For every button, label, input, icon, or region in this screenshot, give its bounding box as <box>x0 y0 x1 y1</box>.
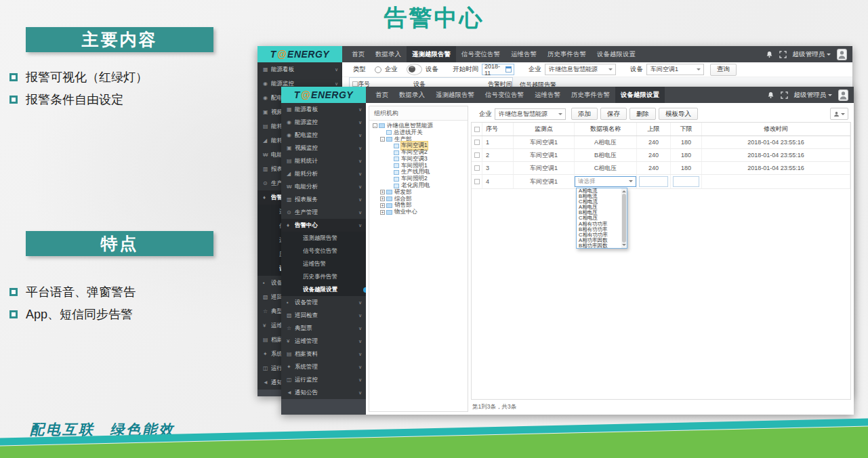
toolbar-button[interactable]: 添加 <box>571 108 598 120</box>
nav-item[interactable]: 首页 <box>370 87 394 103</box>
sidebar-item[interactable]: ☆ 典型票 ∨ <box>281 322 366 335</box>
dropdown-option[interactable]: B相功率因数 <box>577 243 621 248</box>
sidebar-item[interactable]: ₩ 电能分析 ∨ <box>281 180 366 193</box>
tree-node[interactable]: + 销售部 <box>369 203 468 209</box>
nav-item[interactable]: 首页 <box>346 46 370 62</box>
sidebar-item[interactable]: ▥ 报表服务 ∨ <box>281 193 366 206</box>
tree-node[interactable]: + 物业中心 <box>369 209 468 215</box>
sidebar-item[interactable]: ◫ 运行监控 ∨ <box>281 373 366 386</box>
sidebar-item[interactable]: ▣ 视频监控 ∨ <box>281 142 366 154</box>
tree-expander-icon[interactable]: - <box>373 123 377 128</box>
radio-device[interactable] <box>407 64 422 75</box>
sidebar-item-label: 能耗统计 <box>295 157 358 165</box>
sidebar-item[interactable]: ▧ 巡回检查 ∨ <box>281 309 366 322</box>
tree-node[interactable]: + 研发部 <box>369 189 468 196</box>
sidebar-item[interactable]: ▤ 能耗统计 ∨ <box>281 154 366 167</box>
chevron-down-icon: ∨ <box>335 67 338 72</box>
toolbar-button[interactable]: 删除 <box>629 108 656 120</box>
data-item-select[interactable]: 请选择 <box>575 176 636 187</box>
start-time-input[interactable]: 2018-11 <box>482 64 514 75</box>
radio-company[interactable] <box>375 66 381 73</box>
nav-item[interactable]: 设备越限设置 <box>592 46 641 62</box>
row-checkbox[interactable] <box>474 165 480 171</box>
sidebar-item[interactable]: ⊙ 生产管理 ∨ <box>281 206 366 219</box>
scroll-thumb[interactable] <box>622 194 626 243</box>
toolbar-button[interactable]: 保存 <box>600 108 627 120</box>
bell-icon[interactable] <box>767 91 774 99</box>
sidebar-item[interactable]: ✦ 系统管理 ∨ <box>281 360 366 373</box>
table-row[interactable]: 1 车间空调1 A相电压 240 180 2018-01-04 23:55:16 <box>472 136 850 149</box>
nav-item[interactable]: 信号变位告警 <box>480 87 529 103</box>
dropdown-scrollbar[interactable] <box>621 188 627 248</box>
chevron-down-icon: ∨ <box>358 352 362 357</box>
nav-item[interactable]: 数据录入 <box>370 46 407 62</box>
sidebar-item[interactable]: ◄ 通知公告 ∨ <box>281 386 366 399</box>
fullscreen-icon[interactable] <box>781 91 788 99</box>
sidebar-item[interactable]: 遥测越限告警 <box>281 232 366 245</box>
device-select[interactable]: 车间空调1 <box>646 64 704 75</box>
user-menu[interactable]: 超级管理员 <box>793 50 831 59</box>
chevron-down-icon: ∨ <box>358 210 362 215</box>
select-all-checkbox[interactable] <box>474 127 480 132</box>
lower-limit-input[interactable] <box>673 176 700 187</box>
fullscreen-icon[interactable] <box>779 51 787 58</box>
row-checkbox[interactable] <box>474 140 480 145</box>
row-checkbox[interactable] <box>474 179 480 184</box>
sidebar-item[interactable]: ▦ 能源看板 ∨ <box>281 103 366 116</box>
nav-item[interactable]: 信号变位告警 <box>456 46 505 62</box>
column-header: 序号 <box>482 123 514 136</box>
tree-node[interactable]: 总进线开关 <box>369 129 468 136</box>
table-row[interactable]: 2 车间空调1 B相电压 240 180 2018-01-04 23:55:16 <box>472 149 850 162</box>
user-menu[interactable]: 超级管理员 <box>794 91 833 100</box>
nav-item[interactable]: 历史事件告警 <box>566 87 615 103</box>
table-row[interactable]: 3 车间空调1 C相电压 240 180 2018-01-04 23:55:16 <box>472 162 850 175</box>
nav-item[interactable]: 历史事件告警 <box>542 46 592 62</box>
sidebar-item[interactable]: ◉ 能源监控 ∨ <box>281 116 366 129</box>
scroll-up-icon[interactable] <box>622 188 626 192</box>
company-select[interactable]: 许继信息智慧能源 <box>495 108 566 120</box>
tree-expander-icon[interactable]: + <box>380 210 385 215</box>
row-checkbox[interactable] <box>474 152 480 158</box>
upper-limit-input[interactable] <box>639 176 668 187</box>
search-button[interactable]: 查询 <box>710 64 737 76</box>
nav-item[interactable]: 数据录入 <box>394 87 430 103</box>
sidebar-item-icon: ⊙ <box>263 180 271 186</box>
tree-node[interactable]: + 综合部 <box>369 196 468 203</box>
sidebar-item[interactable]: ▪ 设备管理 ∨ <box>281 296 366 309</box>
tree-expander-icon[interactable]: + <box>380 203 385 208</box>
bullet-text: 报警可视化（红绿灯） <box>26 69 148 85</box>
sidebar-item[interactable]: ♦ 告警中心 ∨ <box>281 219 366 232</box>
nav-item[interactable]: 遥测越限告警 <box>407 46 456 62</box>
tree-node[interactable]: 老化房用电 <box>369 182 468 189</box>
chevron-down-icon <box>841 113 845 117</box>
tree-expander-icon[interactable]: + <box>380 196 385 201</box>
avatar[interactable] <box>837 49 847 60</box>
tree-expander-icon[interactable]: + <box>380 190 385 194</box>
sidebar-item-icon: ♦ <box>287 222 295 228</box>
nav-item[interactable]: 设备越限设置 <box>615 87 665 103</box>
chevron-down-icon: ∨ <box>358 184 362 190</box>
avatar[interactable] <box>838 89 848 101</box>
nav-item[interactable]: 运维告警 <box>529 87 566 103</box>
tree-expander-icon[interactable]: - <box>380 137 385 142</box>
company-select[interactable]: 许继信息智慧能源 <box>545 64 616 75</box>
select-all-checkbox[interactable] <box>352 81 358 87</box>
sidebar-item[interactable]: ¥ 运维管理 ∨ <box>281 335 366 348</box>
cell-lower: 180 <box>671 136 702 148</box>
nav-item[interactable]: 遥测越限告警 <box>430 87 480 103</box>
sidebar-item[interactable]: 设备越限设置 <box>281 283 366 296</box>
sidebar-item[interactable]: ▤ 档案资料 ∨ <box>281 348 366 360</box>
sidebar-item[interactable]: ▦ 能源看板 ∨ <box>257 62 342 77</box>
user-name: 超级管理员 <box>793 50 825 59</box>
sidebar-item[interactable]: ◉ 配电监控 ∨ <box>281 129 366 142</box>
sidebar-item[interactable]: 运维告警 <box>281 257 366 270</box>
bell-icon[interactable] <box>766 51 773 58</box>
sidebar-item[interactable]: 历史事件告警 <box>281 270 366 283</box>
start-time-value: 2018-11 <box>484 63 505 77</box>
sidebar-item[interactable]: 信号变位告警 <box>281 245 366 257</box>
toolbar-button[interactable]: 模板导入 <box>659 108 698 120</box>
scroll-down-icon[interactable] <box>622 244 626 248</box>
user-export-button[interactable] <box>830 108 848 120</box>
sidebar-item[interactable]: ◢ 能耗分析 ∨ <box>281 167 366 180</box>
nav-item[interactable]: 运维告警 <box>505 46 542 62</box>
